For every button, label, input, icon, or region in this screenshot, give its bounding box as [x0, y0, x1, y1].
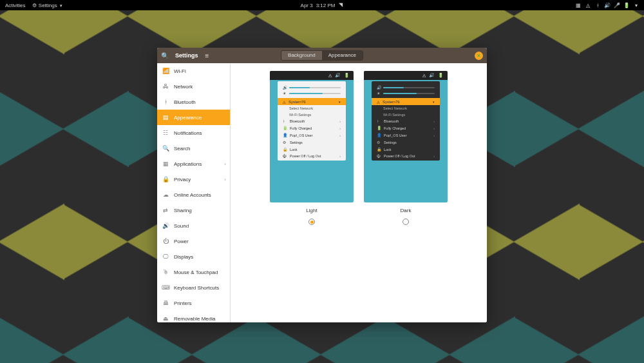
gear-icon: ⚙	[32, 3, 37, 8]
volume-icon: 🔊	[605, 3, 610, 8]
preview-wifi-settings: Wi-Fi Settings	[372, 112, 440, 118]
power-icon: ⏻	[162, 238, 169, 244]
chevron-right-icon: ›	[339, 133, 341, 137]
preview-row: 🔒Lock	[278, 146, 346, 153]
usb-icon: ⏏	[162, 315, 169, 322]
sidebar-item-label: Sharing	[174, 208, 192, 213]
sidebar-item-displays[interactable]: 🖵Displays	[157, 249, 230, 264]
sidebar-item-label: Notifications	[174, 130, 202, 136]
sidebar-item-sharing[interactable]: ⇄Sharing	[157, 202, 230, 218]
preview-panel: 🔊☀◬System76▾Select NetworkWi-Fi Settings…	[372, 81, 440, 161]
chevron-right-icon: ›	[433, 126, 435, 130]
preview-row: 👤Pop!_OS User›	[372, 132, 440, 139]
preview-row: ⏻Power Off / Log Out›	[278, 153, 346, 159]
preview-row: 🔒Lock	[372, 146, 440, 153]
radio-dark[interactable]	[402, 219, 409, 225]
power-icon: ⏻	[283, 154, 287, 158]
preview-select-network: Select Network	[278, 105, 346, 112]
sidebar-item-keyboard-shortcuts[interactable]: ⌨Keyboard Shortcuts	[157, 280, 230, 295]
activities-button[interactable]: Activities	[5, 3, 26, 8]
preview-wifi-settings: Wi-Fi Settings	[278, 112, 346, 118]
speaker-icon: 🔊	[162, 222, 169, 229]
printer-icon: 🖶	[162, 300, 169, 306]
preview-row: 🔋Fully Charged›	[278, 124, 346, 132]
sidebar-item-label: Search	[174, 146, 190, 152]
sidebar-item-label: Displays	[174, 254, 193, 260]
system-tray[interactable]: ▦ ◬ ᚼ 🔊 🎤 🔋 ▾	[576, 3, 639, 8]
chevron-right-icon: ›	[224, 177, 226, 182]
search-button[interactable]: 🔍	[157, 48, 173, 63]
sidebar-item-appearance[interactable]: ▤Appearance	[157, 110, 230, 125]
volume-icon: 🔊	[377, 85, 381, 90]
bat-icon: 🔋	[283, 126, 287, 130]
appearance-pane: ◬🔊🔋🔊☀◬System76▾Select NetworkWi-Fi Setti…	[231, 63, 487, 322]
preview-volume-slider: 🔊	[278, 84, 346, 90]
sidebar-item-privacy[interactable]: 🔒Privacy›	[157, 172, 230, 187]
gear-icon: ⚙	[283, 140, 287, 144]
sidebar-item-bluetooth[interactable]: ᚼBluetooth	[157, 94, 230, 110]
sidebar-item-notifications[interactable]: ☷Notifications	[157, 125, 230, 141]
clock[interactable]: Apr 3 3:12 PM ◥	[301, 3, 344, 8]
preview-topbar: ◬🔊🔋	[364, 71, 448, 80]
preview-row: ⏻Power Off / Log Out›	[372, 153, 440, 159]
preview-panel: 🔊☀◬System76▾Select NetworkWi-Fi Settings…	[278, 81, 346, 161]
sidebar-item-label: Appearance	[174, 115, 202, 121]
settings-sidebar[interactable]: 📶Wi-Fi🖧NetworkᚼBluetooth▤Appearance☷Noti…	[157, 63, 231, 322]
preview-topbar: ◬🔊🔋	[270, 71, 354, 80]
bt-icon: ᚼ	[377, 119, 381, 123]
lock-icon: 🔒	[162, 176, 169, 182]
sidebar-item-label: Power	[174, 239, 189, 244]
wifi-icon: ◬	[422, 73, 426, 78]
gnome-topbar: Activities ⚙ Settings Apr 3 3:12 PM ◥ ▦ …	[0, 0, 644, 10]
sidebar-item-search[interactable]: 🔍Search	[157, 141, 230, 156]
titlebar[interactable]: 🔍 Settings ≡ Background Appearance ✕	[157, 48, 487, 63]
mouse-icon: 🖱	[162, 269, 169, 275]
user-icon: 👤	[377, 133, 381, 137]
bell-icon: ☷	[162, 130, 169, 136]
preview-row: ᚼBluetooth›	[278, 118, 346, 124]
preview-brightness-slider: ☀	[278, 90, 346, 96]
preview-row: 🔋Fully Charged›	[372, 124, 440, 132]
wifi-icon: ◬	[328, 73, 332, 78]
sidebar-item-applications[interactable]: ▦Applications›	[157, 156, 230, 172]
sidebar-item-label: Sound	[174, 223, 189, 229]
preview-select-network: Select Network	[372, 105, 440, 112]
sidebar-item-label: Bluetooth	[174, 99, 196, 105]
theme-preview-light[interactable]: ◬🔊🔋🔊☀◬System76▾Select NetworkWi-Fi Setti…	[270, 71, 354, 202]
sidebar-item-label: Applications	[174, 161, 202, 167]
volume-icon: 🔊	[335, 73, 341, 78]
sidebar-item-network[interactable]: 🖧Network	[157, 79, 230, 94]
sidebar-item-mouse-touchpad[interactable]: 🖱Mouse & Touchpad	[157, 264, 230, 280]
sidebar-item-label: Keyboard Shortcuts	[174, 285, 219, 291]
sidebar-item-removable-media[interactable]: ⏏Removable Media	[157, 311, 230, 322]
preview-brightness-slider: ☀	[372, 90, 440, 96]
bt-icon: ᚼ	[283, 119, 287, 123]
radio-light[interactable]	[308, 219, 315, 225]
close-button[interactable]: ✕	[475, 52, 483, 60]
sidebar-item-printers[interactable]: 🖶Printers	[157, 295, 230, 311]
battery-icon: 🔋	[344, 73, 350, 78]
chevron-right-icon: ›	[339, 119, 341, 123]
sidebar-item-label: Printers	[174, 300, 192, 306]
sidebar-item-sound[interactable]: 🔊Sound	[157, 218, 230, 233]
tab-background[interactable]: Background	[281, 51, 322, 60]
hamburger-button[interactable]: ≡	[200, 48, 215, 63]
app-menu[interactable]: ⚙ Settings	[32, 3, 62, 8]
sidebar-item-label: Online Accounts	[174, 192, 211, 198]
chevron-right-icon: ›	[433, 119, 435, 123]
tab-appearance[interactable]: Appearance	[322, 51, 363, 60]
cloud-icon: ☁	[162, 191, 169, 198]
chevron-right-icon: ›	[339, 126, 341, 130]
sidebar-item-power[interactable]: ⏻Power	[157, 233, 230, 249]
preview-row: ⚙Settings	[372, 139, 440, 146]
preview-volume-slider: 🔊	[372, 84, 440, 90]
theme-preview-dark[interactable]: ◬🔊🔋🔊☀◬System76▾Select NetworkWi-Fi Setti…	[364, 71, 448, 202]
sidebar-item-online-accounts[interactable]: ☁Online Accounts	[157, 187, 230, 202]
wifi-icon: ◬	[377, 99, 380, 104]
chevron-down-icon: ▾	[634, 3, 639, 8]
appearance-icon: ▤	[162, 114, 169, 121]
sidebar-item-wi-fi[interactable]: 📶Wi-Fi	[157, 63, 230, 79]
notification-indicator-icon: ◥	[338, 3, 343, 8]
preview-row: ᚼBluetooth›	[372, 118, 440, 124]
sidebar-item-label: Mouse & Touchpad	[174, 270, 218, 275]
